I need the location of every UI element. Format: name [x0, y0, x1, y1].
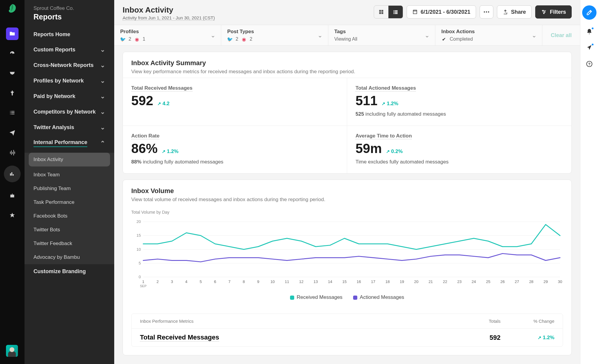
- subnav-publishing-team[interactable]: Publishing Team: [25, 182, 114, 195]
- twitter-icon: 🐦: [227, 36, 233, 42]
- date-range-button[interactable]: 6/1/2021 - 6/30/2021: [407, 5, 476, 19]
- nav-internal-performance[interactable]: Internal Performance⌃: [25, 135, 114, 151]
- svg-text:8: 8: [243, 279, 245, 284]
- user-avatar[interactable]: [6, 345, 18, 357]
- mentions-icon[interactable]: [585, 44, 594, 52]
- filters-button[interactable]: Filters: [535, 5, 572, 19]
- svg-text:5: 5: [139, 261, 141, 265]
- metric-action-rate: Action Rate 86%↗1.2% 88% including fully…: [123, 126, 347, 173]
- svg-text:15: 15: [342, 279, 347, 284]
- rail-item-sound[interactable]: [6, 146, 19, 158]
- metric-avg-time: Average Time to Action 59m↗0.2% Time exc…: [347, 126, 571, 173]
- rail-item-star[interactable]: [6, 209, 19, 222]
- grid-view-toggle[interactable]: [374, 6, 388, 18]
- filter-profiles[interactable]: Profiles 🐦2 ◉1 ⌄: [114, 25, 221, 45]
- rail-item-inbox[interactable]: [6, 67, 19, 79]
- summary-title: Inbox Activity Summary: [131, 59, 563, 67]
- svg-text:0: 0: [139, 275, 141, 279]
- filter-tags[interactable]: Tags Viewing All ⌄: [328, 25, 435, 45]
- rail-item-pin[interactable]: [6, 87, 19, 99]
- help-icon[interactable]: ?: [585, 60, 594, 68]
- svg-text:6: 6: [214, 279, 216, 284]
- svg-text:24: 24: [472, 279, 476, 284]
- trend-up-icon: ↗: [162, 149, 166, 154]
- subnav-task-performance[interactable]: Task Performance: [25, 195, 114, 209]
- subnav-inbox-activity[interactable]: Inbox Activity: [29, 153, 110, 166]
- share-icon: [503, 9, 508, 15]
- nav-customize-branding[interactable]: Customize Branding: [25, 264, 114, 279]
- filters-icon: [541, 9, 547, 15]
- nav-profiles-by-network[interactable]: Profiles by Network⌄: [25, 73, 114, 88]
- svg-point-1: [486, 11, 487, 13]
- chart-subtitle: Total Volume by Day: [131, 206, 563, 219]
- nav-custom-reports[interactable]: Custom Reports⌄: [25, 42, 114, 57]
- page-subtitle: Activity from Jun 1, 2021 - Jun 30, 2021…: [123, 15, 215, 21]
- section-title: Reports: [33, 13, 105, 21]
- instagram-icon: ◉: [134, 36, 140, 42]
- clear-all-link[interactable]: Clear all: [542, 25, 580, 45]
- svg-text:2: 2: [156, 279, 158, 284]
- rail-item-reports-active[interactable]: [4, 166, 21, 182]
- rail-item-folder[interactable]: [6, 27, 19, 40]
- compose-button[interactable]: [582, 5, 597, 20]
- trend-up-icon: ↗: [386, 149, 390, 154]
- metrics-table: Inbox Performance Metrics Totals % Chang…: [131, 313, 563, 347]
- svg-point-4: [544, 12, 545, 13]
- table-row: Total Received Messages 592 ↗ 1.2%: [132, 328, 563, 346]
- share-button[interactable]: Share: [497, 5, 532, 19]
- trend-up-icon: ↗: [538, 335, 541, 340]
- subnav-facebook-bots[interactable]: Facebook Bots: [25, 209, 114, 223]
- svg-text:12: 12: [299, 279, 303, 284]
- svg-text:28: 28: [529, 279, 533, 284]
- subnav-twitter-bots[interactable]: Twitter Bots: [25, 223, 114, 237]
- rail-item-gauge[interactable]: [6, 47, 19, 60]
- svg-text:10: 10: [137, 247, 141, 252]
- nav-paid-by-network[interactable]: Paid by Network⌄: [25, 88, 114, 104]
- instagram-icon: ◉: [241, 36, 247, 42]
- svg-text:20: 20: [137, 219, 141, 224]
- rail-item-bot[interactable]: [6, 189, 19, 202]
- nav-cross-network[interactable]: Cross-Network Reports⌄: [25, 57, 114, 73]
- svg-text:3: 3: [171, 279, 173, 284]
- svg-text:20: 20: [414, 279, 418, 284]
- svg-text:14: 14: [328, 279, 332, 284]
- svg-text:23: 23: [457, 279, 461, 284]
- check-icon: ✔: [441, 36, 447, 42]
- app-rail: [0, 0, 25, 364]
- subnav-twitter-feedback[interactable]: Twitter Feedback: [25, 237, 114, 250]
- subnav-advocacy-bambu[interactable]: Advocacy by Bambu: [25, 250, 114, 264]
- subnav-internal-performance: Inbox Activity Inbox Team Publishing Tea…: [25, 153, 114, 264]
- layout-toggle[interactable]: [374, 5, 403, 19]
- chevron-down-icon: ⌄: [100, 46, 105, 53]
- svg-text:4: 4: [185, 279, 187, 284]
- svg-text:11: 11: [285, 279, 289, 284]
- chevron-down-icon: ⌄: [425, 32, 430, 39]
- page-title: Inbox Activity: [123, 5, 215, 15]
- chevron-down-icon: ⌄: [100, 62, 105, 69]
- chevron-down-icon: ⌄: [318, 32, 323, 39]
- svg-text:17: 17: [371, 279, 375, 284]
- rail-item-list[interactable]: [6, 106, 19, 119]
- nav-reports-home[interactable]: Reports Home: [25, 27, 114, 42]
- company-name: Sprout Coffee Co.: [33, 5, 105, 11]
- list-view-toggle[interactable]: [388, 6, 403, 18]
- metric-total-actioned: Total Actioned Messages 511↗1.2% 525 inc…: [347, 78, 571, 126]
- nav-twitter-analysis[interactable]: Twitter Analysis⌄: [25, 120, 114, 135]
- app-logo[interactable]: [6, 3, 18, 15]
- nav-competitors-by-network[interactable]: Competitors by Network⌄: [25, 104, 114, 120]
- volume-chart: 0510152012345678910111213141516171819202…: [131, 219, 563, 289]
- filter-post-types[interactable]: Post Types 🐦2 ◉2 ⌄: [221, 25, 328, 45]
- main-content: Inbox Activity Activity from Jun 1, 2021…: [114, 0, 580, 364]
- trend-up-icon: ↗: [382, 101, 385, 106]
- rail-item-send[interactable]: [6, 126, 19, 139]
- twitter-icon: 🐦: [120, 36, 126, 42]
- metric-total-received: Total Received Messages 592↗4.2: [123, 78, 347, 126]
- notifications-icon[interactable]: [585, 27, 594, 36]
- chevron-down-icon: ⌄: [100, 108, 105, 115]
- filter-inbox-actions[interactable]: Inbox Actions ✔Completed ⌄: [435, 25, 542, 45]
- more-menu-button[interactable]: [480, 5, 493, 19]
- subnav-inbox-team[interactable]: Inbox Team: [25, 168, 114, 182]
- chevron-up-icon: ⌃: [100, 140, 105, 147]
- svg-text:26: 26: [500, 279, 504, 284]
- summary-desc: View key performance metrics for receive…: [131, 69, 563, 75]
